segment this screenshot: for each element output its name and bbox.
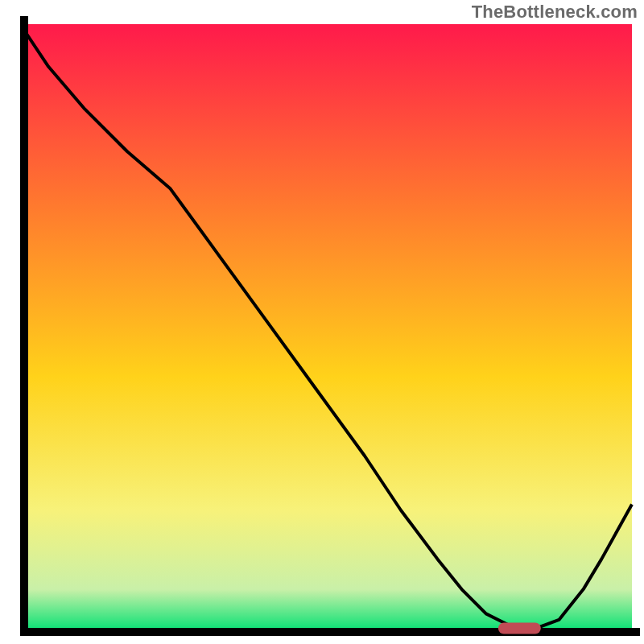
plot-background — [24, 24, 632, 632]
chart-canvas: TheBottleneck.com — [0, 0, 644, 644]
bottleneck-curve-plot — [0, 0, 644, 644]
optimum-marker — [498, 623, 541, 634]
